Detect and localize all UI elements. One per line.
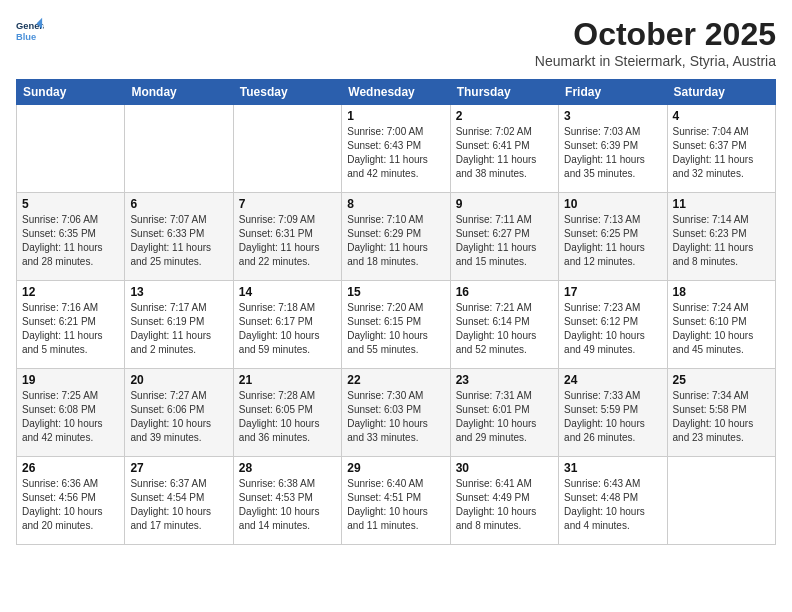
calendar-cell: 13Sunrise: 7:17 AM Sunset: 6:19 PM Dayli… <box>125 281 233 369</box>
day-info: Sunrise: 7:20 AM Sunset: 6:15 PM Dayligh… <box>347 301 444 357</box>
calendar-cell: 28Sunrise: 6:38 AM Sunset: 4:53 PM Dayli… <box>233 457 341 545</box>
calendar-cell <box>17 105 125 193</box>
day-info: Sunrise: 7:03 AM Sunset: 6:39 PM Dayligh… <box>564 125 661 181</box>
day-info: Sunrise: 6:37 AM Sunset: 4:54 PM Dayligh… <box>130 477 227 533</box>
day-info: Sunrise: 7:09 AM Sunset: 6:31 PM Dayligh… <box>239 213 336 269</box>
logo: General Blue <box>16 16 44 44</box>
calendar-cell: 10Sunrise: 7:13 AM Sunset: 6:25 PM Dayli… <box>559 193 667 281</box>
calendar-cell: 11Sunrise: 7:14 AM Sunset: 6:23 PM Dayli… <box>667 193 775 281</box>
calendar-cell: 17Sunrise: 7:23 AM Sunset: 6:12 PM Dayli… <box>559 281 667 369</box>
calendar-cell: 23Sunrise: 7:31 AM Sunset: 6:01 PM Dayli… <box>450 369 558 457</box>
weekday-header-monday: Monday <box>125 80 233 105</box>
day-number: 27 <box>130 461 227 475</box>
day-number: 29 <box>347 461 444 475</box>
calendar-cell: 25Sunrise: 7:34 AM Sunset: 5:58 PM Dayli… <box>667 369 775 457</box>
day-number: 8 <box>347 197 444 211</box>
calendar-cell: 2Sunrise: 7:02 AM Sunset: 6:41 PM Daylig… <box>450 105 558 193</box>
calendar-cell: 9Sunrise: 7:11 AM Sunset: 6:27 PM Daylig… <box>450 193 558 281</box>
weekday-header-thursday: Thursday <box>450 80 558 105</box>
calendar-cell: 15Sunrise: 7:20 AM Sunset: 6:15 PM Dayli… <box>342 281 450 369</box>
day-number: 13 <box>130 285 227 299</box>
day-number: 3 <box>564 109 661 123</box>
calendar-cell: 16Sunrise: 7:21 AM Sunset: 6:14 PM Dayli… <box>450 281 558 369</box>
day-number: 30 <box>456 461 553 475</box>
day-info: Sunrise: 7:23 AM Sunset: 6:12 PM Dayligh… <box>564 301 661 357</box>
calendar-cell: 18Sunrise: 7:24 AM Sunset: 6:10 PM Dayli… <box>667 281 775 369</box>
day-number: 5 <box>22 197 119 211</box>
day-number: 12 <box>22 285 119 299</box>
calendar-cell: 20Sunrise: 7:27 AM Sunset: 6:06 PM Dayli… <box>125 369 233 457</box>
calendar-cell: 1Sunrise: 7:00 AM Sunset: 6:43 PM Daylig… <box>342 105 450 193</box>
calendar-cell: 31Sunrise: 6:43 AM Sunset: 4:48 PM Dayli… <box>559 457 667 545</box>
day-info: Sunrise: 7:14 AM Sunset: 6:23 PM Dayligh… <box>673 213 770 269</box>
calendar-cell: 8Sunrise: 7:10 AM Sunset: 6:29 PM Daylig… <box>342 193 450 281</box>
weekday-header-friday: Friday <box>559 80 667 105</box>
calendar-cell: 6Sunrise: 7:07 AM Sunset: 6:33 PM Daylig… <box>125 193 233 281</box>
day-number: 18 <box>673 285 770 299</box>
day-number: 22 <box>347 373 444 387</box>
day-number: 2 <box>456 109 553 123</box>
day-info: Sunrise: 6:36 AM Sunset: 4:56 PM Dayligh… <box>22 477 119 533</box>
day-info: Sunrise: 7:07 AM Sunset: 6:33 PM Dayligh… <box>130 213 227 269</box>
day-info: Sunrise: 7:21 AM Sunset: 6:14 PM Dayligh… <box>456 301 553 357</box>
weekday-header-tuesday: Tuesday <box>233 80 341 105</box>
day-number: 6 <box>130 197 227 211</box>
calendar-cell: 14Sunrise: 7:18 AM Sunset: 6:17 PM Dayli… <box>233 281 341 369</box>
calendar-table: SundayMondayTuesdayWednesdayThursdayFrid… <box>16 79 776 545</box>
day-number: 11 <box>673 197 770 211</box>
header: General Blue October 2025 Neumarkt in St… <box>16 16 776 69</box>
calendar-cell: 19Sunrise: 7:25 AM Sunset: 6:08 PM Dayli… <box>17 369 125 457</box>
day-number: 16 <box>456 285 553 299</box>
day-number: 14 <box>239 285 336 299</box>
day-info: Sunrise: 7:13 AM Sunset: 6:25 PM Dayligh… <box>564 213 661 269</box>
calendar-cell: 21Sunrise: 7:28 AM Sunset: 6:05 PM Dayli… <box>233 369 341 457</box>
day-info: Sunrise: 6:43 AM Sunset: 4:48 PM Dayligh… <box>564 477 661 533</box>
calendar-cell: 27Sunrise: 6:37 AM Sunset: 4:54 PM Dayli… <box>125 457 233 545</box>
day-info: Sunrise: 7:24 AM Sunset: 6:10 PM Dayligh… <box>673 301 770 357</box>
day-info: Sunrise: 7:00 AM Sunset: 6:43 PM Dayligh… <box>347 125 444 181</box>
day-number: 31 <box>564 461 661 475</box>
calendar-cell: 5Sunrise: 7:06 AM Sunset: 6:35 PM Daylig… <box>17 193 125 281</box>
calendar-cell: 12Sunrise: 7:16 AM Sunset: 6:21 PM Dayli… <box>17 281 125 369</box>
day-info: Sunrise: 6:38 AM Sunset: 4:53 PM Dayligh… <box>239 477 336 533</box>
day-number: 23 <box>456 373 553 387</box>
calendar-cell: 22Sunrise: 7:30 AM Sunset: 6:03 PM Dayli… <box>342 369 450 457</box>
day-number: 25 <box>673 373 770 387</box>
day-info: Sunrise: 7:16 AM Sunset: 6:21 PM Dayligh… <box>22 301 119 357</box>
day-number: 24 <box>564 373 661 387</box>
weekday-header-sunday: Sunday <box>17 80 125 105</box>
day-info: Sunrise: 7:04 AM Sunset: 6:37 PM Dayligh… <box>673 125 770 181</box>
day-number: 28 <box>239 461 336 475</box>
day-info: Sunrise: 6:41 AM Sunset: 4:49 PM Dayligh… <box>456 477 553 533</box>
day-info: Sunrise: 7:02 AM Sunset: 6:41 PM Dayligh… <box>456 125 553 181</box>
calendar-cell: 30Sunrise: 6:41 AM Sunset: 4:49 PM Dayli… <box>450 457 558 545</box>
day-info: Sunrise: 7:34 AM Sunset: 5:58 PM Dayligh… <box>673 389 770 445</box>
logo-icon: General Blue <box>16 16 44 44</box>
day-number: 7 <box>239 197 336 211</box>
day-number: 21 <box>239 373 336 387</box>
calendar-cell: 29Sunrise: 6:40 AM Sunset: 4:51 PM Dayli… <box>342 457 450 545</box>
month-title: October 2025 <box>535 16 776 53</box>
calendar-cell: 26Sunrise: 6:36 AM Sunset: 4:56 PM Dayli… <box>17 457 125 545</box>
day-info: Sunrise: 6:40 AM Sunset: 4:51 PM Dayligh… <box>347 477 444 533</box>
weekday-header-wednesday: Wednesday <box>342 80 450 105</box>
day-number: 9 <box>456 197 553 211</box>
calendar-cell <box>667 457 775 545</box>
day-number: 10 <box>564 197 661 211</box>
day-info: Sunrise: 7:30 AM Sunset: 6:03 PM Dayligh… <box>347 389 444 445</box>
day-info: Sunrise: 7:31 AM Sunset: 6:01 PM Dayligh… <box>456 389 553 445</box>
location-subtitle: Neumarkt in Steiermark, Styria, Austria <box>535 53 776 69</box>
calendar-cell: 4Sunrise: 7:04 AM Sunset: 6:37 PM Daylig… <box>667 105 775 193</box>
day-number: 15 <box>347 285 444 299</box>
weekday-header-saturday: Saturday <box>667 80 775 105</box>
calendar-cell: 7Sunrise: 7:09 AM Sunset: 6:31 PM Daylig… <box>233 193 341 281</box>
title-area: October 2025 Neumarkt in Steiermark, Sty… <box>535 16 776 69</box>
day-number: 20 <box>130 373 227 387</box>
svg-text:Blue: Blue <box>16 32 36 42</box>
calendar-cell: 3Sunrise: 7:03 AM Sunset: 6:39 PM Daylig… <box>559 105 667 193</box>
day-info: Sunrise: 7:25 AM Sunset: 6:08 PM Dayligh… <box>22 389 119 445</box>
day-info: Sunrise: 7:33 AM Sunset: 5:59 PM Dayligh… <box>564 389 661 445</box>
calendar-cell: 24Sunrise: 7:33 AM Sunset: 5:59 PM Dayli… <box>559 369 667 457</box>
calendar-cell <box>233 105 341 193</box>
day-info: Sunrise: 7:06 AM Sunset: 6:35 PM Dayligh… <box>22 213 119 269</box>
